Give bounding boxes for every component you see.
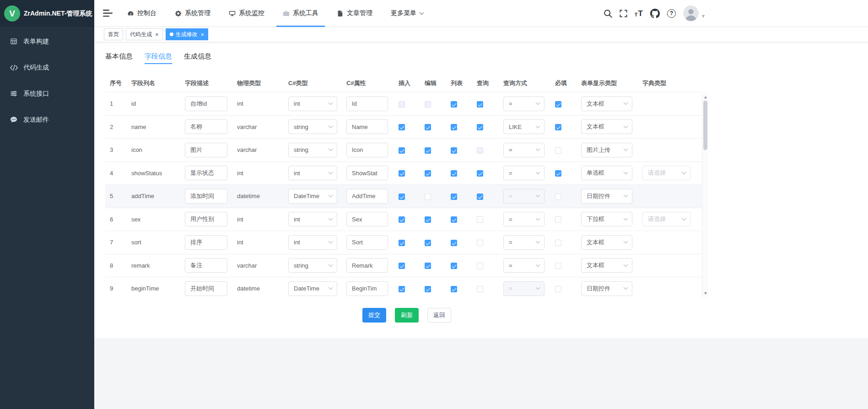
list-checkbox[interactable]	[451, 263, 457, 269]
csharp-prop-input[interactable]	[346, 281, 388, 296]
chevron-down-icon[interactable]: ▾	[702, 13, 705, 19]
csharp-prop-input[interactable]	[346, 258, 388, 273]
display-type-select[interactable]: 日期控件	[581, 281, 632, 296]
field-desc-input[interactable]	[185, 166, 227, 180]
list-checkbox[interactable]	[451, 147, 457, 154]
tab-field-info[interactable]: 字段信息	[145, 51, 172, 64]
csharp-prop-input[interactable]	[346, 97, 388, 111]
topnav-item-article-manage[interactable]: 文章管理	[328, 0, 382, 27]
query-checkbox[interactable]	[477, 170, 483, 177]
query-type-select[interactable]: =	[503, 258, 545, 273]
csharp-type-select[interactable]: int	[288, 166, 337, 180]
github-icon[interactable]	[650, 9, 660, 18]
csharp-prop-input[interactable]	[346, 143, 388, 157]
csharp-prop-input[interactable]	[346, 166, 388, 180]
topnav-item-console[interactable]: 控制台	[118, 0, 166, 27]
required-checkbox[interactable]	[555, 216, 561, 223]
edit-checkbox[interactable]	[425, 147, 431, 154]
insert-checkbox[interactable]	[399, 263, 405, 269]
field-desc-input[interactable]	[185, 258, 227, 273]
csharp-type-select[interactable]: int	[288, 235, 337, 250]
required-checkbox[interactable]	[555, 124, 561, 130]
required-checkbox[interactable]	[555, 286, 561, 292]
display-type-select[interactable]: 下拉框	[581, 212, 632, 226]
query-checkbox[interactable]	[477, 240, 483, 246]
display-type-select[interactable]: 文本框	[581, 119, 632, 134]
dict-type-select[interactable]: 请选择	[642, 166, 690, 180]
tag-gen-edit[interactable]: 生成修改 ×	[166, 28, 209, 40]
query-checkbox[interactable]	[477, 263, 483, 269]
query-checkbox[interactable]	[477, 124, 483, 130]
field-desc-input[interactable]	[185, 281, 227, 296]
font-size-icon[interactable]: TT	[635, 10, 643, 17]
scroll-up-arrow[interactable]	[702, 94, 708, 100]
query-checkbox[interactable]	[477, 194, 483, 200]
insert-checkbox[interactable]	[399, 124, 405, 130]
required-checkbox[interactable]	[555, 170, 561, 177]
insert-checkbox[interactable]	[399, 240, 405, 246]
display-type-select[interactable]: 图片上传	[581, 143, 632, 157]
csharp-prop-input[interactable]	[346, 212, 388, 226]
user-avatar[interactable]	[683, 5, 699, 21]
display-type-select[interactable]: 日期控件	[581, 189, 632, 204]
edit-checkbox[interactable]	[425, 240, 431, 246]
csharp-prop-input[interactable]	[346, 235, 388, 250]
display-type-select[interactable]: 文本框	[581, 97, 632, 111]
topnav-item-system-monitor[interactable]: 系统监控	[220, 0, 274, 27]
topnav-item-more-menu[interactable]: 更多菜单	[382, 0, 433, 27]
csharp-type-select[interactable]: int	[288, 212, 337, 226]
tag-code-gen[interactable]: 代码生成 ×	[126, 28, 163, 40]
csharp-prop-input[interactable]	[346, 189, 388, 204]
query-checkbox[interactable]	[477, 216, 483, 223]
csharp-type-select[interactable]: DateTime	[288, 281, 337, 296]
topnav-item-system-tools[interactable]: 系统工具	[274, 0, 328, 27]
csharp-type-select[interactable]: int	[288, 97, 337, 111]
edit-checkbox[interactable]	[425, 124, 431, 130]
refresh-button[interactable]: 刷新	[395, 308, 419, 323]
sidebar-item-code-gen[interactable]: 代码生成	[0, 54, 94, 81]
insert-checkbox[interactable]	[399, 216, 405, 223]
search-icon[interactable]	[604, 9, 612, 18]
csharp-type-select[interactable]: string	[288, 258, 337, 273]
required-checkbox[interactable]	[555, 240, 561, 246]
edit-checkbox[interactable]	[425, 170, 431, 177]
edit-checkbox[interactable]	[425, 194, 431, 200]
table-scrollbar[interactable]	[702, 93, 708, 297]
back-button[interactable]: 返回	[427, 308, 451, 323]
dict-type-select[interactable]: 请选择	[642, 212, 690, 226]
required-checkbox[interactable]	[555, 101, 561, 108]
field-desc-input[interactable]	[185, 97, 227, 111]
query-type-select[interactable]: =	[503, 143, 545, 157]
list-checkbox[interactable]	[451, 124, 457, 130]
fullscreen-icon[interactable]	[620, 10, 627, 17]
display-type-select[interactable]: 单选框	[581, 166, 632, 180]
query-checkbox[interactable]	[477, 286, 483, 292]
query-type-select[interactable]: =	[503, 166, 545, 180]
field-desc-input[interactable]	[185, 189, 227, 204]
menu-fold-icon[interactable]	[103, 9, 113, 17]
insert-checkbox[interactable]	[399, 194, 405, 200]
query-checkbox[interactable]	[477, 101, 483, 108]
list-checkbox[interactable]	[451, 240, 457, 246]
tag-home[interactable]: 首页	[104, 28, 123, 40]
required-checkbox[interactable]	[555, 194, 561, 200]
csharp-type-select[interactable]: string	[288, 143, 337, 157]
tab-basic-info[interactable]: 基本信息	[105, 51, 133, 64]
sidebar-item-system-api[interactable]: 系统接口	[0, 81, 94, 107]
tab-gen-info[interactable]: 生成信息	[184, 51, 211, 64]
help-icon[interactable]: ?	[667, 9, 676, 18]
csharp-type-select[interactable]: DateTime	[288, 189, 337, 204]
list-checkbox[interactable]	[451, 286, 457, 292]
query-type-select[interactable]: LIKE	[503, 119, 545, 134]
scroll-down-arrow[interactable]	[702, 291, 708, 296]
close-icon[interactable]: ×	[155, 32, 159, 38]
edit-checkbox[interactable]	[425, 263, 431, 269]
required-checkbox[interactable]	[555, 263, 561, 269]
sidebar-item-send-mail[interactable]: 发送邮件	[0, 107, 94, 133]
field-desc-input[interactable]	[185, 119, 227, 134]
csharp-prop-input[interactable]	[346, 119, 388, 134]
scroll-thumb[interactable]	[703, 101, 707, 150]
display-type-select[interactable]: 文本框	[581, 235, 632, 250]
list-checkbox[interactable]	[451, 194, 457, 200]
topnav-item-system-manage[interactable]: 系统管理	[166, 0, 220, 27]
